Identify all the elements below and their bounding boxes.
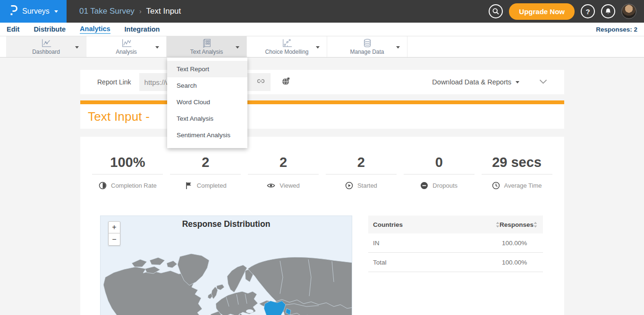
tab-dashboard[interactable]: Dashboard [6,36,86,57]
clock-icon [492,182,500,190]
tab-manage-data[interactable]: Manage Data [327,36,407,57]
help-button[interactable]: ? [581,4,595,18]
stat-average-time: 29 secs Average Time [478,155,556,190]
bell-icon [605,8,611,15]
flag-icon [185,182,193,190]
product-name: Surveys [22,7,50,16]
tab-choice-modelling[interactable]: Choice Modelling [247,36,327,57]
response-distribution-map[interactable]: Response Distribution + − [100,216,352,315]
sort-icon[interactable] [534,222,537,228]
breadcrumb: 01 Take Survey › Text Input [79,7,181,16]
breadcrumb-current-page: Text Input [146,7,181,16]
caret-down-icon [516,81,519,83]
report-link-bar: Report Link Download Data & Reports [80,70,564,94]
nav-analytics[interactable]: Analytics [80,25,110,34]
menu-item-sentiment-analysis[interactable]: Sentiment Analysis [167,127,247,143]
text-report-icon [202,38,212,48]
countries-table: Countries Responses IN 100.00% [368,216,543,315]
map-country-india[interactable] [264,301,286,315]
search-icon [492,8,500,15]
notifications-button[interactable] [601,4,615,18]
caret-down-icon [54,10,58,13]
responses-count: Responses: 2 [596,26,637,33]
stat-dropouts: 0 Dropouts [400,155,478,190]
database-icon [362,38,373,48]
tab-analysis[interactable]: Analysis [86,36,167,57]
minus-circle-icon [420,182,428,190]
responses-cell: 100.00% [502,259,527,266]
sort-icon[interactable] [496,222,500,228]
report-summary-card: 100% Completion Rate 2 [80,137,564,315]
table-row-total: Total 100.00% [368,253,543,272]
caret-down-icon [155,46,159,49]
questionpro-logo-icon [9,5,17,18]
distribution-panels: Response Distribution + − Countries Resp [80,216,564,315]
map-zoom-in-button[interactable]: + [108,221,120,233]
collapse-chevron-icon[interactable] [539,78,547,86]
accent-divider [80,100,564,104]
upgrade-now-button[interactable]: Upgrade Now [509,3,575,20]
question-title-bar: Text Input - [80,104,564,129]
stat-completion-rate: 100% Completion Rate [89,155,167,190]
breadcrumb-separator: › [139,8,142,15]
report-content: Report Link Download Data & Reports [80,70,564,315]
menu-item-word-cloud[interactable]: Word Cloud [167,94,247,110]
caret-down-icon [236,46,239,49]
search-button[interactable] [489,4,503,18]
caret-down-icon [396,46,400,49]
area-chart-icon [121,38,132,48]
play-circle-icon [345,182,353,190]
question-mark-icon: ? [585,8,590,16]
menu-item-text-analysis[interactable]: Text Analysis [167,110,247,127]
tab-text-analysis[interactable]: Text Analysis [167,36,247,57]
table-row: IN 100.00% [368,233,543,253]
column-header-countries[interactable]: Countries [373,221,403,228]
brand-menu[interactable]: Surveys [0,0,67,23]
table-header-row: Countries Responses [368,216,543,233]
map-title: Response Distribution [101,219,352,229]
report-link-label: Report Link [97,78,131,86]
download-data-reports-menu[interactable]: Download Data & Reports [432,78,519,86]
breadcrumb-survey-link[interactable]: 01 Take Survey [79,7,135,16]
menu-item-search[interactable]: Search [167,77,247,94]
menu-item-text-report[interactable]: Text Report [167,61,247,77]
survey-nav: Edit Distribute Analytics Integration Re… [0,23,644,36]
world-map [101,216,352,315]
text-analysis-menu: Text Report Search Word Cloud Text Analy… [167,58,247,148]
nav-integration[interactable]: Integration [125,25,160,33]
stat-viewed: 2 Viewed [245,155,322,190]
page-title: Text Input - [88,109,150,124]
contrast-icon [99,182,107,190]
caret-down-icon [316,46,320,49]
scatter-chart-icon [281,38,293,48]
stats-row: 100% Completion Rate 2 [80,155,564,190]
country-cell: IN [373,240,380,247]
responses-cell: 100.00% [502,240,527,247]
map-zoom-out-button[interactable]: − [108,233,120,246]
stat-completed: 2 Completed [167,155,245,190]
user-avatar[interactable] [621,4,636,19]
country-cell: Total [373,259,387,266]
copy-link-icon[interactable] [256,77,265,87]
nav-edit[interactable]: Edit [7,25,19,33]
top-bar: Surveys 01 Take Survey › Text Input Upgr… [0,0,644,23]
eye-icon [267,182,275,190]
map-zoom-controls: + − [108,221,120,246]
caret-down-icon [75,46,79,49]
download-label: Download Data & Reports [432,78,511,86]
stat-started: 2 Started [322,155,400,190]
topbar-actions: Upgrade Now ? [489,3,644,20]
line-chart-icon [41,38,52,48]
public-link-globe-icon[interactable] [281,77,290,88]
column-header-responses[interactable]: Responses [500,221,534,228]
nav-distribute[interactable]: Distribute [34,25,66,33]
analytics-toolbar: Dashboard Analysis Text Analysis [0,36,644,58]
